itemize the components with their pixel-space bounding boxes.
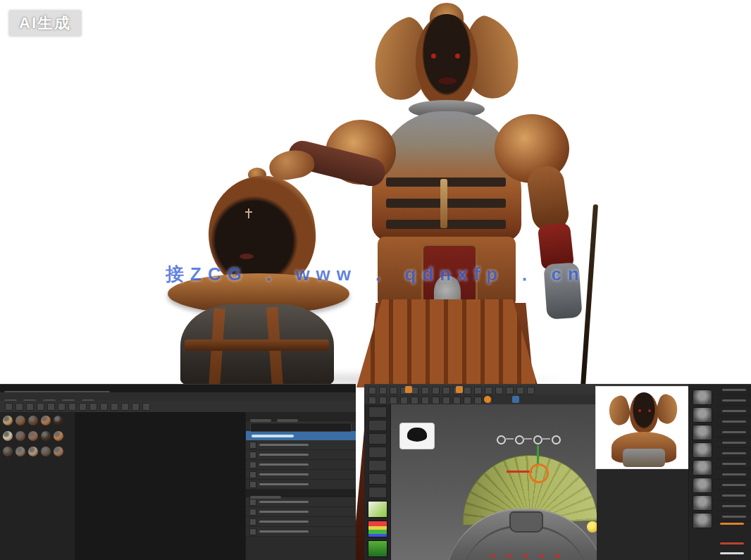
brush-thumbnail[interactable]	[693, 478, 712, 493]
sidebar-row[interactable]	[716, 437, 751, 448]
layer-row[interactable]	[246, 527, 356, 537]
material-sphere[interactable]	[41, 447, 51, 456]
material-sphere[interactable]	[54, 447, 63, 456]
toolbar-icon[interactable]	[47, 403, 55, 411]
layer-row[interactable]	[246, 470, 356, 480]
toolbar-icon[interactable]	[111, 403, 118, 411]
toolbar-icon[interactable]	[400, 397, 408, 404]
toolbar-icon[interactable]	[474, 387, 482, 394]
brush-thumbnail[interactable]	[693, 390, 712, 405]
sidebar-row[interactable]	[716, 511, 751, 522]
tool-button[interactable]	[368, 420, 387, 431]
toolbar-icon[interactable]	[15, 403, 23, 411]
sidebar-row[interactable]	[716, 480, 751, 490]
toolbar-icon[interactable]	[132, 403, 139, 411]
toolbar-icon[interactable]	[390, 387, 397, 394]
toolbar-icon[interactable]	[142, 403, 150, 411]
sidebar-row[interactable]	[716, 416, 751, 427]
layer-row[interactable]	[246, 460, 356, 470]
sculpt-reference-image[interactable]	[595, 386, 691, 469]
material-sphere[interactable]	[3, 416, 13, 425]
sidebar-row[interactable]	[716, 469, 751, 480]
tool-button[interactable]	[368, 433, 387, 444]
yellow-ball-marker[interactable]	[587, 521, 597, 533]
toolbar-icon[interactable]	[68, 403, 76, 411]
color-swatch-greenwhite[interactable]	[368, 501, 387, 518]
toolbar-icon[interactable]	[464, 397, 471, 404]
layer-row[interactable]	[246, 507, 356, 517]
tool-button[interactable]	[368, 487, 387, 498]
toolbar-icon[interactable]	[5, 403, 13, 411]
brush-thumbnail[interactable]	[693, 407, 712, 423]
toolbar-icon[interactable]	[58, 403, 66, 411]
toolbar-icon[interactable]	[421, 387, 429, 394]
layers-tabs[interactable]	[246, 412, 356, 421]
toolbar-icon[interactable]	[79, 403, 87, 411]
sidebar-row[interactable]	[716, 427, 751, 437]
tool-button[interactable]	[368, 473, 387, 485]
brush-thumbnail[interactable]	[693, 513, 712, 528]
toolbar-icon[interactable]	[506, 387, 514, 394]
material-sphere[interactable]	[28, 447, 38, 456]
orange-tool-icon[interactable]	[456, 386, 463, 393]
sidebar-row[interactable]	[716, 501, 751, 511]
right-app-viewport[interactable]	[391, 404, 597, 560]
toolbar-icon[interactable]	[368, 397, 376, 404]
material-sphere[interactable]	[15, 431, 25, 441]
gizmo-dot-icon[interactable]	[533, 435, 542, 444]
sidebar-row[interactable]	[716, 406, 751, 416]
layer-row[interactable]	[246, 480, 356, 490]
orange-tool-icon[interactable]	[405, 386, 412, 393]
toolbar-icon[interactable]	[26, 403, 34, 411]
layer-row[interactable]	[246, 440, 356, 450]
brush-thumbnail[interactable]	[693, 495, 712, 511]
toolbar-icon[interactable]	[379, 397, 387, 404]
toolbar-icon[interactable]	[121, 403, 129, 411]
toolbar-icon[interactable]	[474, 397, 482, 404]
toolbar-icon[interactable]	[453, 397, 461, 404]
toolbar-icon[interactable]	[390, 397, 397, 404]
toolbar-icon[interactable]	[432, 397, 440, 404]
toolbar-icon[interactable]	[516, 387, 524, 394]
toolbar-icon[interactable]	[442, 387, 450, 394]
selected-layer-row[interactable]	[246, 431, 356, 440]
material-sphere[interactable]	[3, 447, 13, 456]
sidebar-row[interactable]	[716, 385, 751, 395]
toolbar-icon[interactable]	[485, 387, 492, 394]
layer-row[interactable]	[246, 497, 356, 507]
red-dot-marker[interactable]	[540, 554, 543, 558]
tool-button[interactable]	[368, 406, 387, 418]
brush-thumbnail[interactable]	[693, 442, 712, 458]
gizmo-dot-icon[interactable]	[497, 435, 506, 444]
toolbar-icon[interactable]	[37, 403, 44, 411]
layer-row[interactable]	[246, 517, 356, 527]
toolbar-icon[interactable]	[432, 387, 440, 394]
tool-button[interactable]	[368, 460, 387, 471]
material-sphere[interactable]	[15, 447, 25, 456]
toolbar-icon[interactable]	[495, 387, 503, 394]
material-sphere[interactable]	[54, 431, 63, 441]
toolbar-icon[interactable]	[411, 397, 418, 404]
toolbar-icon[interactable]	[527, 387, 535, 394]
toolbar-icon[interactable]	[89, 403, 97, 411]
red-dot-marker[interactable]	[507, 554, 511, 558]
material-sphere[interactable]	[54, 416, 63, 425]
tool-button[interactable]	[368, 447, 387, 458]
red-dot-marker[interactable]	[556, 554, 559, 558]
toolbar-icon[interactable]	[464, 387, 471, 394]
toolbar-icon[interactable]	[379, 387, 387, 394]
left-app-menubar[interactable]	[0, 392, 356, 401]
timeline-red-dots[interactable]	[491, 548, 572, 560]
gizmo-orange-ring[interactable]	[529, 463, 549, 483]
brush-thumbnail[interactable]	[693, 425, 712, 440]
material-sphere[interactable]	[41, 416, 51, 425]
toolbar-icon[interactable]	[421, 397, 429, 404]
toolbar-icon[interactable]	[100, 403, 108, 411]
material-sphere[interactable]	[28, 416, 38, 425]
gizmo-dot-icon[interactable]	[515, 435, 524, 444]
color-swatch-rainbow[interactable]	[368, 521, 387, 537]
layer-row[interactable]	[246, 450, 356, 460]
left-app-viewport[interactable]	[75, 412, 245, 560]
alpha-thumbnail[interactable]	[399, 423, 435, 449]
material-sphere[interactable]	[15, 416, 25, 425]
